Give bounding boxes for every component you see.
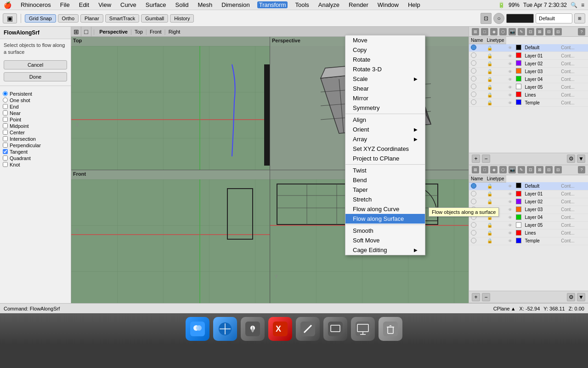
layer-name[interactable]: Layer 02 — [523, 60, 560, 68]
layer-name[interactable]: Layer 01 — [523, 52, 560, 60]
vp-tab-perspective[interactable]: Perspective — [96, 29, 130, 34]
layer-color-swatch[interactable] — [516, 99, 521, 105]
layer-row[interactable]: 🔒👁Layer 05Cont... — [469, 83, 588, 91]
layer-name[interactable]: Default — [523, 44, 560, 52]
layer-active-indicator[interactable] — [471, 199, 476, 204]
layers-top-icon6[interactable]: ✎ — [518, 28, 525, 35]
apple-menu[interactable]: 🍎 — [4, 1, 11, 9]
near-checkbox[interactable] — [3, 110, 8, 115]
layers-btm-icon4[interactable]: ⬡ — [499, 166, 507, 173]
dock-trash[interactable] — [379, 317, 402, 341]
end-checkbox[interactable] — [3, 104, 8, 109]
menu-edit[interactable]: Edit — [77, 1, 91, 8]
layer-color-swatch[interactable] — [516, 207, 521, 212]
layer-active-indicator[interactable] — [471, 68, 476, 74]
menu-scale[interactable]: Scale ▶ — [345, 74, 425, 84]
layer-vis-icon[interactable]: 👁 — [508, 192, 512, 196]
snap-end[interactable]: End — [3, 104, 68, 110]
menu-tools[interactable]: Tools — [293, 1, 311, 8]
dock-finder[interactable] — [186, 317, 209, 341]
ortho-btn[interactable]: Ortho — [58, 14, 79, 23]
layers-top-icon5[interactable]: 📷 — [509, 28, 516, 35]
menu-transform[interactable]: Transform — [257, 1, 288, 8]
menu-copy[interactable]: Copy — [345, 45, 425, 55]
layer-lock-icon[interactable]: 🔒 — [487, 223, 492, 228]
layer-row[interactable]: 🔒👁Layer 05Cont... — [469, 221, 588, 229]
vp-tab-top[interactable]: Top — [132, 29, 146, 34]
menu-array[interactable]: Array ▶ — [345, 134, 425, 144]
layer-lock-icon[interactable]: 🔒 — [487, 215, 492, 220]
dock-safari[interactable] — [213, 317, 237, 341]
layer-color-swatch[interactable] — [516, 199, 521, 204]
color-swatch[interactable] — [506, 14, 534, 23]
done-button[interactable]: Done — [4, 72, 67, 81]
layer-active-indicator[interactable] — [471, 230, 476, 236]
point-checkbox[interactable] — [3, 117, 8, 122]
gumball-btn[interactable]: Gumball — [141, 14, 168, 23]
vp-tab-right[interactable]: Right — [166, 29, 183, 34]
snap-oneshot[interactable]: One shot — [3, 97, 68, 104]
dock-monitor1[interactable] — [323, 317, 347, 341]
layer-name[interactable]: Layer 02 — [523, 198, 560, 206]
panels-toggle[interactable]: ▣ — [3, 13, 17, 23]
history-btn[interactable]: History — [170, 14, 194, 23]
snap-perpendicular[interactable]: Perpendicular — [3, 142, 68, 149]
layer-active-indicator[interactable] — [471, 191, 476, 196]
layers-btm-icon3[interactable]: ◈ — [490, 166, 498, 173]
transform-dropdown[interactable]: Move Copy Rotate Rotate 3-D Scale ▶ Shea… — [345, 35, 425, 255]
persistent-radio[interactable] — [3, 91, 8, 96]
layer-row[interactable]: 🔒👁TempleCont... — [469, 99, 588, 107]
cancel-button[interactable]: Cancel — [4, 60, 67, 69]
layer-lock-icon[interactable]: 🔒 — [487, 92, 492, 98]
perpendicular-checkbox[interactable] — [3, 143, 8, 148]
layer-vis-icon[interactable]: 👁 — [508, 239, 512, 243]
menu-rotate[interactable]: Rotate — [345, 55, 425, 64]
layer-name[interactable]: Lines — [523, 229, 560, 237]
layer-vis-icon[interactable]: 👁 — [508, 62, 512, 66]
menu-analyze[interactable]: Analyze — [317, 1, 341, 8]
menu-move[interactable]: Move — [345, 35, 425, 45]
menu-flow-surface[interactable]: Flow along Surface — [345, 214, 425, 224]
vp-single-icon[interactable]: □ — [81, 27, 91, 37]
quadrant-checkbox[interactable] — [3, 155, 8, 161]
layers-top-icon10[interactable]: ⊟ — [554, 28, 562, 35]
knot-checkbox[interactable] — [3, 162, 8, 167]
vp-grid-icon[interactable]: ⊞ — [71, 27, 81, 37]
snap-quadrant[interactable]: Quadrant — [3, 155, 68, 161]
layer-vis-icon[interactable]: 👁 — [508, 200, 512, 204]
menu-align[interactable]: Align — [345, 115, 425, 125]
snap-center[interactable]: Center — [3, 129, 68, 136]
snap-tangent[interactable]: Tangent — [3, 149, 68, 155]
viewport-top[interactable]: Top — [71, 37, 270, 170]
layer-selector[interactable]: Default — [536, 13, 572, 23]
layers-btm-icon2[interactable]: □ — [481, 166, 488, 173]
midpoint-checkbox[interactable] — [3, 123, 8, 128]
layers-top-icon7[interactable]: ⊡ — [527, 28, 534, 35]
layer-row[interactable]: 🔒👁Layer 02Cont... — [469, 198, 588, 206]
layer-active-indicator[interactable] — [471, 207, 476, 212]
layers-btm-icon9[interactable]: ⊟ — [545, 166, 553, 173]
layers-top-icon8[interactable]: ⊠ — [536, 28, 543, 35]
viewport-front[interactable]: Front — [71, 170, 270, 303]
snap-point[interactable]: Point — [3, 116, 68, 123]
menu-stretch[interactable]: Stretch — [345, 195, 425, 204]
layer-vis-icon[interactable]: 👁 — [508, 93, 512, 98]
layer-color-swatch[interactable] — [516, 76, 521, 81]
menu-render[interactable]: Render — [347, 1, 370, 8]
snap-persistent[interactable]: Persistent — [3, 91, 68, 97]
layer-lock-icon[interactable]: 🔒 — [487, 184, 492, 189]
layer-lock-icon[interactable]: 🔒 — [487, 61, 492, 66]
snap-btn[interactable]: ⊡ — [481, 13, 492, 24]
layer-name[interactable]: Temple — [523, 237, 560, 245]
layer-lock-icon[interactable]: 🔒 — [487, 191, 492, 196]
layer-lock-icon[interactable]: 🔒 — [487, 85, 492, 90]
menu-rotate3d[interactable]: Rotate 3-D — [345, 64, 425, 74]
layer-vis-icon[interactable]: 👁 — [508, 85, 512, 90]
layer-name[interactable]: Layer 04 — [523, 75, 560, 83]
layer-lock-icon[interactable]: 🔒 — [487, 69, 492, 74]
layer-name[interactable]: Layer 05 — [523, 83, 560, 91]
layer-color-swatch[interactable] — [516, 68, 521, 74]
layers-btm-icon1[interactable]: ⊞ — [472, 166, 479, 173]
layer-lock-icon[interactable]: 🔒 — [487, 53, 492, 58]
layer-lock-icon[interactable]: 🔒 — [487, 46, 492, 51]
